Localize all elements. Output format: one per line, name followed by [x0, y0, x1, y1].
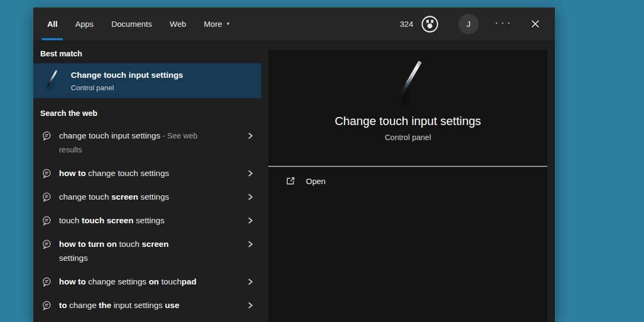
preview-card: Change touch input settings Control pane… — [268, 50, 547, 322]
open-icon — [286, 176, 296, 186]
web-suggestion-row[interactable]: change touch input settings - See webres… — [33, 124, 261, 162]
windows-search-panel: All Apps Documents Web More ▼ 324 — [33, 8, 555, 322]
web-suggestion-list: change touch input settings - See webres… — [33, 124, 261, 317]
tab-label: All — [47, 19, 57, 28]
tab-label: Documents — [111, 19, 152, 28]
web-suggestion-row[interactable]: how to change touch settings — [33, 162, 261, 185]
best-match-title: Change touch input settings — [71, 70, 183, 80]
suggestion-text: touch touch screen settings — [59, 214, 230, 228]
pen-icon — [43, 68, 59, 94]
suggestion-text: change touch input settings - See webres… — [59, 129, 230, 157]
web-suggestion-row[interactable]: how to change settings on touchpad — [33, 270, 261, 294]
search-suggestion-balloon-icon — [41, 276, 52, 288]
web-suggestion-row[interactable]: to change the input settings use — [33, 294, 261, 317]
web-suggestion-row[interactable]: change touch screen settings — [33, 185, 261, 209]
search-suggestion-balloon-icon — [41, 192, 52, 203]
tab-label: More — [204, 19, 222, 28]
rewards-points-count: 324 — [400, 19, 413, 28]
suggestion-text: change touch screen settings — [59, 190, 230, 204]
web-section-label: Search the web — [33, 98, 261, 124]
avatar[interactable]: J — [458, 14, 479, 34]
open-label: Open — [306, 177, 326, 186]
results-column: Best match Change touch input settings C… — [33, 40, 261, 322]
preview-subtitle: Control panel — [385, 133, 431, 142]
best-match-section-label: Best match — [33, 40, 261, 63]
search-suggestion-balloon-icon — [41, 300, 52, 311]
preview-divider — [268, 166, 547, 167]
tab-documents[interactable]: Documents — [111, 8, 152, 40]
best-match-subtitle: Control panel — [71, 84, 183, 92]
close-icon[interactable] — [527, 16, 543, 32]
pen-icon-large — [378, 56, 437, 108]
open-action[interactable]: Open — [286, 176, 326, 186]
best-match-text: Change touch input settings Control pane… — [71, 70, 183, 92]
chevron-right-icon[interactable] — [247, 169, 254, 178]
chevron-right-icon[interactable] — [247, 192, 254, 202]
search-suggestion-balloon-icon — [41, 215, 52, 226]
search-suggestion-balloon-icon — [41, 168, 52, 179]
suggestion-text: how to change touch settings — [59, 166, 230, 180]
web-suggestion-row[interactable]: touch touch screen settings — [33, 209, 261, 232]
suggestion-text: how to change settings on touchpad — [59, 275, 230, 289]
search-results-body: Best match Change touch input settings C… — [33, 40, 555, 322]
chevron-right-icon[interactable] — [247, 301, 254, 310]
search-suggestion-balloon-icon — [41, 130, 52, 142]
avatar-initial: J — [466, 19, 471, 28]
tab-label: Web — [170, 19, 186, 28]
preview-area: Change touch input settings Control pane… — [261, 40, 555, 322]
suggestion-text: to change the input settings use — [59, 298, 230, 312]
chevron-down-icon: ▼ — [226, 21, 230, 26]
search-suggestion-balloon-icon — [41, 239, 52, 250]
tab-all[interactable]: All — [47, 8, 57, 40]
tab-apps[interactable]: Apps — [75, 8, 93, 40]
chevron-right-icon[interactable] — [247, 216, 254, 225]
web-suggestion-row[interactable]: how to turn on touch screensettings — [33, 232, 261, 270]
chevron-right-icon[interactable] — [247, 277, 254, 287]
header-actions: 324 J ··· — [400, 14, 543, 34]
chevron-right-icon[interactable] — [247, 239, 254, 249]
preview-title: Change touch input settings — [335, 114, 481, 128]
tab-web[interactable]: Web — [170, 8, 186, 40]
more-options-icon[interactable]: ··· — [495, 17, 513, 32]
search-filter-bar: All Apps Documents Web More ▼ 324 — [33, 8, 555, 40]
tab-label: Apps — [75, 19, 93, 28]
suggestion-text: how to turn on touch screensettings — [59, 237, 230, 265]
rewards-medal-icon[interactable] — [420, 14, 440, 34]
best-match-result[interactable]: Change touch input settings Control pane… — [33, 63, 261, 98]
active-tab-underline — [42, 38, 63, 40]
chevron-right-icon[interactable] — [247, 131, 254, 141]
tab-more[interactable]: More ▼ — [204, 8, 230, 40]
